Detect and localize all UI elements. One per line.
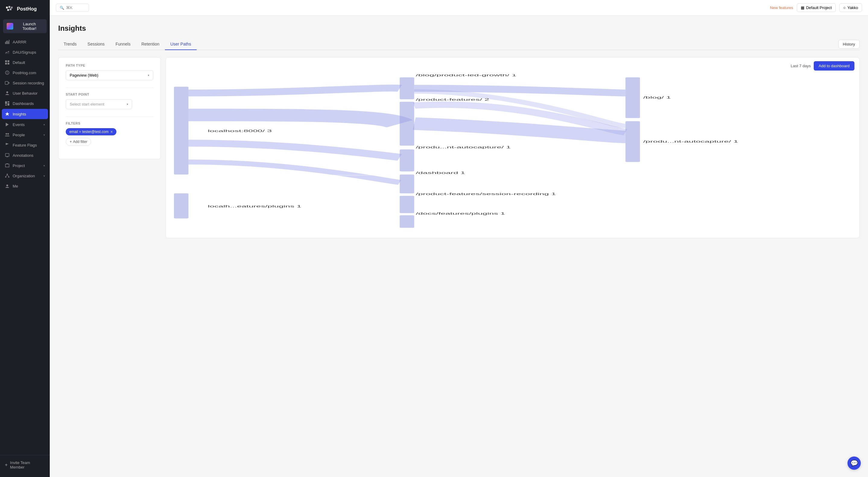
main-area: 🔍 ⌘K New features ▦ Default Project ○ Ya… <box>50 0 868 477</box>
content-area: Insights Trends Sessions Funnels Retenti… <box>50 16 868 477</box>
svg-rect-4 <box>8 41 8 44</box>
chat-button[interactable]: 💬 <box>847 456 861 470</box>
path-type-label: PATH TYPE <box>66 64 153 67</box>
svg-text:localhost:8000/ 3: localhost:8000/ 3 <box>208 129 272 133</box>
svg-text:localh...eatures/plugins 1: localh...eatures/plugins 1 <box>208 204 301 208</box>
project-selector-button[interactable]: ▦ Default Project <box>797 3 836 12</box>
sidebar-item-posthog[interactable]: PostHog.com <box>0 67 50 78</box>
svg-rect-34 <box>400 215 414 228</box>
sidebar: PostHog Launch Toolbar! AARRR DAU/Signup… <box>0 0 50 477</box>
svg-rect-15 <box>7 101 9 102</box>
start-point-chevron-icon: ▾ <box>127 102 128 106</box>
right-panel: Last 7 days Add to dashboard <box>165 57 860 238</box>
svg-rect-17 <box>7 103 9 105</box>
svg-point-19 <box>7 133 9 135</box>
sidebar-item-session-recording-label: Session recording <box>13 81 44 85</box>
filter-tag-email[interactable]: email = tester@test.com × <box>66 128 116 135</box>
sidebar-item-organization[interactable]: Organization ▾ <box>0 171 50 181</box>
sidebar-item-annotations[interactable]: Annotations <box>0 150 50 160</box>
page-title: Insights <box>58 24 860 33</box>
search-button[interactable]: 🔍 ⌘K <box>56 4 89 12</box>
filter-tag-text: email = tester@test.com <box>69 130 108 134</box>
sidebar-item-me[interactable]: Me <box>0 181 50 191</box>
svg-rect-27 <box>174 87 188 174</box>
svg-rect-33 <box>400 196 414 213</box>
people-chevron-icon: ▾ <box>43 133 45 136</box>
sidebar-item-dau[interactable]: DAU/Signups <box>0 47 50 57</box>
user-menu-button[interactable]: ○ Yakko <box>839 3 862 12</box>
filters-section: FILTERS email = tester@test.com × + Add … <box>66 122 153 146</box>
add-filter-button[interactable]: + Add filter <box>66 138 91 146</box>
path-type-dropdown[interactable]: Pageview (Web) ▾ <box>66 70 153 80</box>
svg-point-26 <box>6 185 8 186</box>
project-icon: ▦ <box>801 5 804 10</box>
svg-rect-14 <box>5 101 7 104</box>
tab-trends[interactable]: Trends <box>58 39 82 50</box>
svg-line-25 <box>7 175 9 177</box>
path-type-chevron-icon: ▾ <box>148 73 149 77</box>
tab-retention[interactable]: Retention <box>136 39 165 50</box>
sidebar-item-posthog-label: PostHog.com <box>13 70 36 75</box>
search-icon: 🔍 <box>60 6 64 10</box>
app-name: PostHog <box>17 6 37 12</box>
svg-rect-3 <box>7 40 7 44</box>
svg-rect-7 <box>7 60 9 62</box>
tab-sessions[interactable]: Sessions <box>82 39 110 50</box>
user-icon: ○ <box>843 5 846 10</box>
user-label: Yakko <box>847 5 858 10</box>
svg-rect-28 <box>174 193 188 218</box>
events-chevron-icon: ▾ <box>43 123 45 126</box>
sidebar-item-user-behavior[interactable]: User Behavior <box>0 88 50 98</box>
sidebar-item-insights[interactable]: Insights <box>2 109 48 119</box>
tab-funnels[interactable]: Funnels <box>110 39 136 50</box>
filters-label: FILTERS <box>66 122 153 125</box>
svg-text:/produ...nt-autocapture/ 1: /produ...nt-autocapture/ 1 <box>643 139 738 143</box>
start-point-dropdown[interactable]: Select start element ▾ <box>66 99 132 109</box>
svg-rect-16 <box>5 105 7 105</box>
invite-team-member-button[interactable]: + Invite Team Member <box>0 458 50 472</box>
path-type-section: PATH TYPE Pageview (Web) ▾ <box>66 64 153 80</box>
svg-rect-29 <box>400 77 414 99</box>
add-to-dashboard-button[interactable]: Add to dashboard <box>814 61 855 70</box>
sankey-chart: localhost:8000/ 3 /blog/product-led-grow… <box>166 74 859 231</box>
svg-text:/produ...nt-autocapture/ 1: /produ...nt-autocapture/ 1 <box>416 146 511 149</box>
svg-rect-11 <box>5 82 8 85</box>
sidebar-item-project-label: Project <box>13 163 25 168</box>
sidebar-item-events[interactable]: Events ▾ <box>0 119 50 130</box>
history-button[interactable]: History <box>838 40 860 49</box>
filter-remove-icon[interactable]: × <box>111 130 113 134</box>
chat-icon: 💬 <box>850 459 858 467</box>
svg-rect-2 <box>6 41 7 44</box>
svg-rect-32 <box>400 174 414 193</box>
sidebar-item-aarrr[interactable]: AARRR <box>0 37 50 47</box>
sidebar-bottom: + Invite Team Member <box>0 455 50 477</box>
sidebar-item-organization-label: Organization <box>13 174 35 178</box>
svg-rect-1 <box>5 42 6 44</box>
sidebar-item-default[interactable]: Default <box>0 57 50 67</box>
svg-text:/dashboard 1: /dashboard 1 <box>416 171 465 174</box>
sidebar-item-insights-label: Insights <box>13 112 26 116</box>
tabs-bar: Trends Sessions Funnels Retention User P… <box>58 39 860 50</box>
tab-user-paths[interactable]: User Paths <box>165 39 197 50</box>
svg-text:/blog/product-led-growth/ 1: /blog/product-led-growth/ 1 <box>416 74 517 77</box>
svg-rect-30 <box>400 102 414 146</box>
invite-plus-icon: + <box>5 462 7 468</box>
sidebar-item-events-label: Events <box>13 122 25 127</box>
sidebar-item-people-label: People <box>13 133 25 137</box>
sankey-svg: localhost:8000/ 3 /blog/product-led-grow… <box>166 74 859 231</box>
sidebar-item-project[interactable]: Project ▾ <box>0 160 50 171</box>
launch-toolbar-button[interactable]: Launch Toolbar! <box>3 19 47 33</box>
svg-rect-36 <box>625 121 640 162</box>
topbar: 🔍 ⌘K New features ▦ Default Project ○ Ya… <box>50 0 868 16</box>
sidebar-item-aarrr-label: AARRR <box>13 40 27 44</box>
sidebar-item-annotations-label: Annotations <box>13 153 33 158</box>
org-chevron-icon: ▾ <box>43 174 45 178</box>
sidebar-item-people[interactable]: People ▾ <box>0 130 50 140</box>
sidebar-item-feature-flags[interactable]: Feature Flags <box>0 140 50 150</box>
logo: PostHog <box>0 0 50 18</box>
sidebar-item-dashboards[interactable]: Dashboards <box>0 98 50 108</box>
toolbar-icon <box>7 23 13 30</box>
sidebar-item-session-recording[interactable]: Session recording <box>0 78 50 88</box>
sidebar-nav: AARRR DAU/Signups Default PostHog.com Se… <box>0 34 50 455</box>
new-features-button[interactable]: New features <box>770 5 793 10</box>
